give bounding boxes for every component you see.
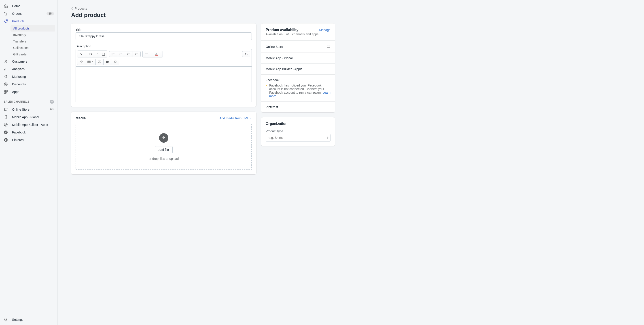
add-file-button[interactable]: Add file [155, 146, 173, 153]
nav-settings-label: Settings [12, 318, 24, 322]
bullet-list-button[interactable] [109, 51, 117, 57]
view-store-icon[interactable] [50, 107, 54, 112]
svg-point-4 [6, 84, 6, 85]
customers-icon [4, 59, 8, 64]
nav-home[interactable]: Home [0, 2, 58, 10]
nav-products-label: Products [12, 19, 24, 23]
font-style-dropdown[interactable]: A [77, 51, 87, 57]
nav-marketing-label: Marketing [12, 75, 26, 78]
svg-point-3 [5, 84, 6, 84]
number-list-button[interactable]: 123 [117, 51, 125, 57]
upload-icon [159, 133, 168, 143]
description-label: Description [76, 44, 252, 48]
svg-point-12 [5, 124, 6, 125]
align-dropdown[interactable] [143, 51, 153, 57]
svg-point-10 [6, 118, 6, 118]
svg-point-16 [112, 53, 112, 53]
target-icon [4, 122, 8, 127]
video-button[interactable] [104, 59, 111, 65]
nav-orders-label: Orders [12, 12, 22, 15]
availability-heading: Product availability [266, 28, 298, 32]
product-type-select[interactable] [266, 134, 330, 141]
avail-online-store: Online Store [266, 45, 283, 48]
channel-pinterest[interactable]: Pinterest [0, 136, 58, 144]
product-type-label: Product type [266, 129, 330, 133]
bold-button[interactable]: B [87, 51, 94, 57]
svg-point-1 [5, 60, 6, 61]
facebook-icon [4, 130, 8, 135]
chevron-down-icon [83, 53, 85, 55]
chevron-down-icon [250, 117, 252, 119]
nav-discounts[interactable]: Discounts [0, 80, 58, 88]
media-dropzone[interactable]: Add file or drop files to upload [76, 124, 252, 170]
svg-rect-23 [98, 61, 101, 63]
add-media-url-dropdown[interactable]: Add media from URL [219, 116, 252, 120]
nav-apps-label: Apps [12, 90, 19, 94]
media-card: Media Add media from URL Add file or [71, 112, 256, 174]
avail-mobile-appit: Mobile App Builder - AppIt [266, 67, 302, 71]
nav-orders[interactable]: Orders 15 [0, 10, 58, 17]
nav-settings[interactable]: Settings [0, 314, 58, 325]
svg-rect-27 [327, 45, 330, 48]
mobile-icon [4, 115, 8, 119]
sub-collections[interactable]: Collections [10, 45, 55, 51]
html-view-button[interactable] [242, 51, 250, 57]
breadcrumb[interactable]: Products [71, 7, 335, 10]
avail-mobile-plobal: Mobile App - Plobal [266, 56, 293, 60]
facebook-warning-text: Facebook has noticed your Facebook accou… [269, 84, 330, 98]
chevron-down-icon [149, 53, 151, 55]
nav-home-label: Home [12, 4, 20, 8]
channel-facebook[interactable]: Facebook [0, 128, 58, 136]
image-button[interactable] [96, 59, 104, 65]
sub-gift-cards[interactable]: Gift cards [10, 51, 55, 57]
channel-facebook-label: Facebook [12, 131, 26, 134]
product-details-card: Title Description A B I U [71, 23, 256, 107]
sub-transfers[interactable]: Transfers [10, 38, 55, 44]
channel-mobile-plobal-label: Mobile App - Plobal [12, 115, 39, 119]
outdent-button[interactable] [125, 51, 133, 57]
chevron-down-icon [158, 53, 160, 55]
orders-icon [4, 11, 8, 16]
title-input[interactable] [76, 32, 252, 40]
select-arrows-icon: ▲▼ [327, 136, 329, 139]
table-dropdown[interactable] [85, 59, 96, 65]
svg-point-24 [99, 61, 99, 62]
indent-button[interactable] [133, 51, 140, 57]
chevron-down-icon [92, 61, 93, 63]
nav-customers-label: Customers [12, 60, 27, 63]
availability-card: Product availability Manage Available on… [261, 23, 335, 112]
title-label: Title [76, 28, 252, 31]
italic-button[interactable]: I [94, 51, 100, 57]
sub-inventory[interactable]: Inventory [10, 32, 55, 38]
pinterest-icon [4, 138, 8, 142]
underline-button[interactable]: U [100, 51, 107, 57]
channel-mobile-appit-label: Mobile App Builder - AppIt [12, 123, 48, 126]
svg-point-8 [52, 109, 52, 109]
schedule-icon[interactable] [326, 44, 330, 49]
sub-all-products[interactable]: All products [10, 25, 55, 31]
nav-customers[interactable]: Customers [0, 58, 58, 65]
channel-online-store[interactable]: Online Store [0, 105, 58, 113]
channel-mobile-appit[interactable]: Mobile App Builder - AppIt [0, 121, 58, 128]
text-color-dropdown[interactable]: A [153, 51, 162, 57]
products-submenu: All products Inventory Transfers Collect… [0, 25, 58, 58]
svg-point-15 [5, 319, 6, 320]
nav-products[interactable]: Products [0, 17, 58, 25]
home-icon [4, 4, 8, 8]
description-editor[interactable] [76, 67, 252, 102]
add-channel-button[interactable] [50, 100, 54, 104]
nav-marketing[interactable]: Marketing [0, 73, 58, 80]
nav-apps[interactable]: Apps [0, 88, 58, 96]
svg-point-18 [112, 55, 112, 55]
link-button[interactable] [77, 59, 85, 65]
products-icon [4, 19, 8, 23]
sales-channels-heading: SALES CHANNELS [0, 96, 58, 105]
manage-availability-link[interactable]: Manage [319, 28, 330, 32]
store-icon [4, 107, 8, 112]
clear-format-button[interactable] [111, 59, 119, 65]
media-heading: Media [76, 116, 86, 120]
nav-analytics[interactable]: Analytics [0, 65, 58, 73]
svg-point-17 [112, 54, 112, 54]
avail-facebook: Facebook [266, 78, 279, 82]
channel-mobile-plobal[interactable]: Mobile App - Plobal [0, 113, 58, 121]
